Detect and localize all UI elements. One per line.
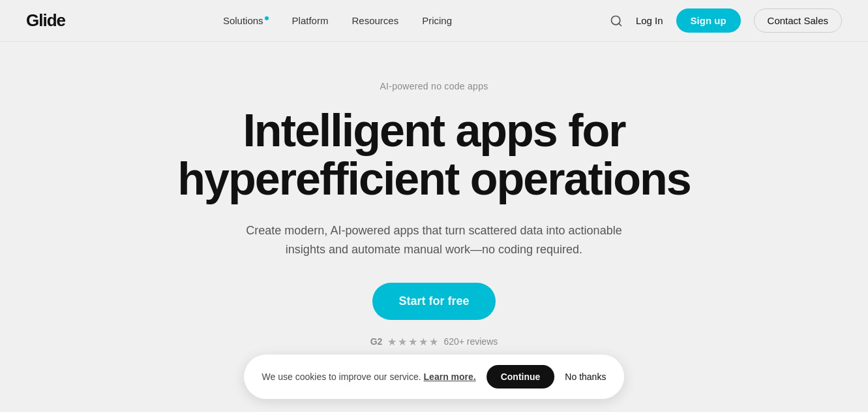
nav-link-resources[interactable]: Resources xyxy=(352,15,398,26)
nav-item-resources[interactable]: Resources xyxy=(352,15,398,27)
nav-link-pricing[interactable]: Pricing xyxy=(422,15,452,26)
nav-item-platform[interactable]: Platform xyxy=(292,15,329,27)
nav-link-solutions[interactable]: Solutions xyxy=(223,15,269,26)
g2-reviews-count: 620+ reviews xyxy=(443,336,498,347)
nav-item-pricing[interactable]: Pricing xyxy=(422,15,452,27)
hero-description: Create modern, AI-powered apps that turn… xyxy=(232,221,636,259)
login-button[interactable]: Log In xyxy=(636,15,663,26)
nav-menu: Solutions Platform Resources Pricing xyxy=(223,15,452,27)
contact-sales-button[interactable]: Contact Sales xyxy=(754,8,842,33)
cookie-message: We use cookies to improve our service. L… xyxy=(262,372,476,382)
start-for-free-button[interactable]: Start for free xyxy=(372,283,495,320)
no-thanks-button[interactable]: No thanks xyxy=(565,372,606,382)
search-icon xyxy=(610,14,623,27)
nav-link-platform[interactable]: Platform xyxy=(292,15,329,26)
hero-subtitle: AI-powered no code apps xyxy=(380,81,488,91)
star-1: ★ xyxy=(387,336,397,348)
learn-more-link[interactable]: Learn more. xyxy=(424,372,476,382)
star-3: ★ xyxy=(408,336,417,348)
solutions-dot-icon xyxy=(265,16,269,20)
brand-logo: Glide xyxy=(26,10,65,31)
star-rating: ★ ★ ★ ★ ★ xyxy=(387,336,438,348)
signup-button[interactable]: Sign up xyxy=(676,8,741,33)
cookie-banner: We use cookies to improve our service. L… xyxy=(244,355,625,399)
hero-section: AI-powered no code apps Intelligent apps… xyxy=(0,42,868,374)
star-4: ★ xyxy=(419,336,428,348)
star-2: ★ xyxy=(398,336,407,348)
star-5: ★ xyxy=(429,336,438,348)
nav-item-solutions[interactable]: Solutions xyxy=(223,15,269,27)
continue-button[interactable]: Continue xyxy=(486,365,555,388)
g2-label: G2 xyxy=(370,336,383,347)
g2-rating-row: G2 ★ ★ ★ ★ ★ 620+ reviews xyxy=(370,336,498,348)
search-button[interactable] xyxy=(610,14,623,27)
hero-title-line1: Intelligent apps for xyxy=(243,105,625,156)
navbar-actions: Log In Sign up Contact Sales xyxy=(610,8,842,33)
navbar: Glide Solutions Platform Resources Prici… xyxy=(0,0,868,42)
svg-line-1 xyxy=(619,23,621,25)
hero-title: Intelligent apps for hyperefficient oper… xyxy=(177,107,690,203)
hero-title-line2: hyperefficient operations xyxy=(177,153,690,204)
